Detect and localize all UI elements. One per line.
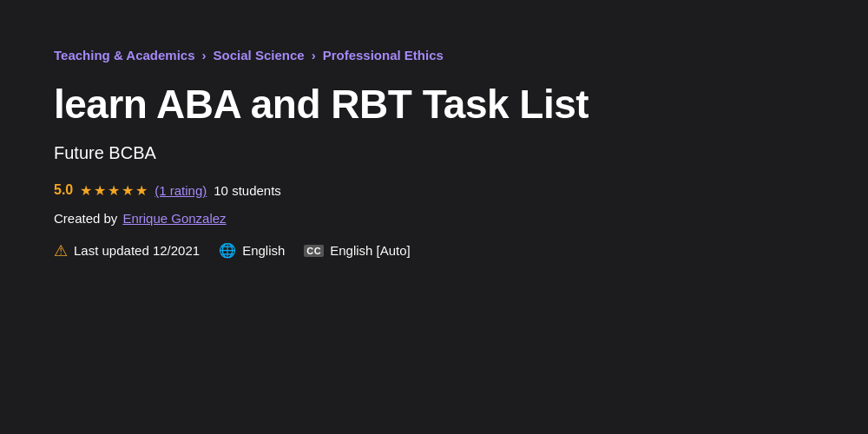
creator-link[interactable]: Enrique Gonzalez <box>122 211 226 226</box>
star-2: ★ <box>94 182 106 199</box>
course-title: learn ABA and RBT Task List <box>54 82 814 128</box>
breadcrumb-separator-1: › <box>202 48 207 62</box>
star-4: ★ <box>122 182 134 199</box>
stars-container: ★ ★ ★ ★ ★ <box>80 182 148 199</box>
breadcrumb: Teaching & Academics › Social Science › … <box>54 48 814 62</box>
language-item: 🌐 English <box>219 242 285 259</box>
course-subtitle: Future BCBA <box>54 143 814 163</box>
page-container: Teaching & Academics › Social Science › … <box>0 0 868 308</box>
meta-row: ⚠ Last updated 12/2021 🌐 English CC Engl… <box>54 241 814 260</box>
last-updated-label: Last updated 12/2021 <box>74 243 200 258</box>
created-by-row: Created by Enrique Gonzalez <box>54 211 814 226</box>
star-1: ★ <box>80 182 92 199</box>
rating-score: 5.0 <box>54 182 73 198</box>
cc-icon: CC <box>304 245 324 257</box>
last-updated-item: ⚠ Last updated 12/2021 <box>54 241 200 260</box>
rating-row: 5.0 ★ ★ ★ ★ ★ (1 rating) 10 students <box>54 182 814 199</box>
created-by-label: Created by <box>54 211 117 226</box>
caption-item: CC English [Auto] <box>304 243 410 258</box>
breadcrumb-teaching[interactable]: Teaching & Academics <box>54 48 195 62</box>
star-3: ★ <box>108 182 120 199</box>
students-count: 10 students <box>214 183 281 198</box>
warning-icon: ⚠ <box>54 241 68 260</box>
globe-icon: 🌐 <box>219 242 236 259</box>
star-5: ★ <box>135 182 148 199</box>
breadcrumb-social-science[interactable]: Social Science <box>214 48 305 62</box>
caption-label: English [Auto] <box>330 243 411 258</box>
breadcrumb-separator-2: › <box>312 48 316 62</box>
breadcrumb-professional-ethics[interactable]: Professional Ethics <box>323 48 444 62</box>
rating-count[interactable]: (1 rating) <box>155 183 207 198</box>
language-label: English <box>242 243 285 258</box>
